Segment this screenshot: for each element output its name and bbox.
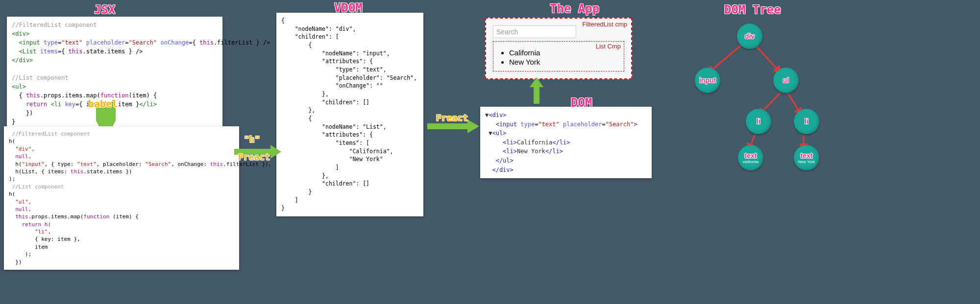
tree-node-div: div xyxy=(737,23,762,49)
label-h: "h" xyxy=(244,134,260,144)
vdom-panel: { "nodeName": "div", "children": [ { "no… xyxy=(276,13,423,216)
app-label-filteredlist: FilteredList cmp xyxy=(582,21,627,28)
label-preact-1: Preact xyxy=(238,152,270,162)
app-preview: FilteredList cmp Search List Cmp Califor… xyxy=(485,18,632,79)
tree-node-text-1: textcalifornia xyxy=(738,145,763,170)
heading-domtree: DOM Tree xyxy=(724,3,781,17)
svg-marker-7 xyxy=(530,77,543,87)
app-label-list: List Cmp xyxy=(596,43,621,50)
dom-panel: ▼<div> <input type="text" placeholder="S… xyxy=(480,107,652,178)
tree-node-input: input xyxy=(695,68,720,93)
heading-theapp: The App xyxy=(550,2,599,16)
tree-node-li-2: li xyxy=(794,109,819,134)
app-search-input[interactable]: Search xyxy=(493,25,576,38)
svg-marker-5 xyxy=(467,119,479,133)
label-babel: babel xyxy=(88,98,118,110)
label-preact-2: Preact xyxy=(436,113,468,123)
svg-marker-3 xyxy=(270,145,281,159)
tree-node-li-1: li xyxy=(746,109,771,134)
app-list-item: New York xyxy=(509,58,619,66)
arrow-dom-to-app xyxy=(527,77,546,106)
purejs-panel: //FilteredList component h( "div", null,… xyxy=(4,126,239,270)
app-list: California New York xyxy=(509,48,619,66)
tree-node-text-2: textNew York xyxy=(794,145,819,170)
svg-line-10 xyxy=(753,42,781,73)
heading-jsx: JSX xyxy=(94,3,115,17)
tree-node-ul: ul xyxy=(773,68,799,93)
